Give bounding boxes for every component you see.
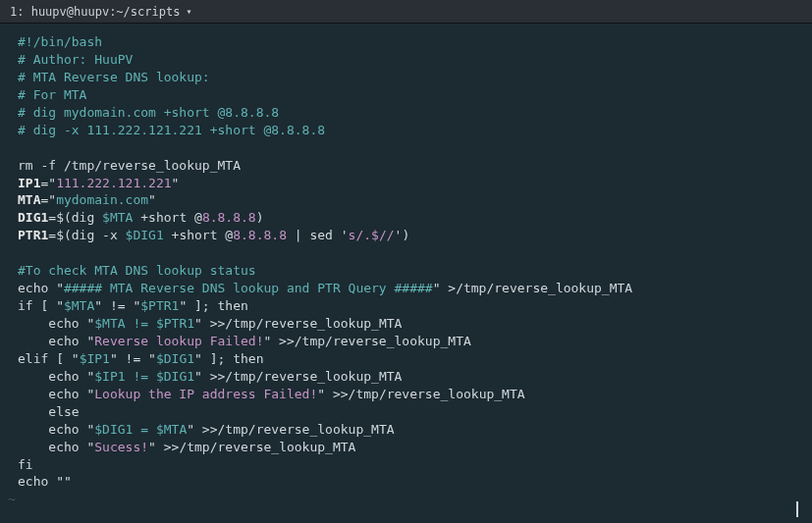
code-line: IP1="111.222.121.221" xyxy=(18,175,794,192)
code-line: echo "$IP1 != $DIG1" >>/tmp/reverse_look… xyxy=(18,368,794,386)
code-line: echo "Sucess!" >>/tmp/reverse_lookup_MTA xyxy=(18,439,794,456)
code-line: DIG1=$(dig $MTA +short @8.8.8.8) xyxy=(18,209,794,227)
terminal-body[interactable]: #!/bin/bash # Author: HuuPV # MTA Revers… xyxy=(0,24,812,523)
tab-label: 1: huupv@huupv:~/scripts xyxy=(10,5,180,19)
code-line: rm -f /tmp/reverse_lookup_MTA xyxy=(18,157,794,175)
code-line: fi xyxy=(18,456,794,474)
code-line: PTR1=$(dig -x $DIG1 +short @8.8.8.8 | se… xyxy=(18,227,794,244)
code-line: else xyxy=(18,403,794,421)
text-cursor xyxy=(796,501,798,517)
code-line: # dig mydomain.com +short @8.8.8.8 xyxy=(18,104,794,122)
code-line: echo "" xyxy=(18,473,794,491)
code-line: #To check MTA DNS lookup status xyxy=(18,262,794,280)
code-line: echo "Lookup the IP address Failed!" >>/… xyxy=(18,386,794,403)
chevron-down-icon[interactable]: ▾ xyxy=(186,6,191,17)
code-line: echo "$DIG1 = $MTA" >>/tmp/reverse_looku… xyxy=(18,421,794,439)
code-line: echo "$MTA != $PTR1" >>/tmp/reverse_look… xyxy=(18,315,794,333)
code-line: # Author: HuuPV xyxy=(18,51,794,69)
code-line xyxy=(18,244,794,262)
vim-tilde: ~ xyxy=(8,491,794,508)
code-line: if [ "$MTA" != "$PTR1" ]; then xyxy=(18,297,794,315)
code-line: #!/bin/bash xyxy=(18,33,794,51)
code-line: echo "Reverse lookup Failed!" >>/tmp/rev… xyxy=(18,333,794,350)
terminal-titlebar[interactable]: 1: huupv@huupv:~/scripts ▾ xyxy=(0,0,812,24)
code-line: # dig -x 111.222.121.221 +short @8.8.8.8 xyxy=(18,122,794,139)
code-line: # For MTA xyxy=(18,86,794,104)
code-line: MTA="mydomain.com" xyxy=(18,191,794,209)
code-line: elif [ "$IP1" != "$DIG1" ]; then xyxy=(18,350,794,368)
code-line: # MTA Reverse DNS lookup: xyxy=(18,69,794,86)
code-line: echo "##### MTA Reverse DNS lookup and P… xyxy=(18,280,794,297)
code-line xyxy=(18,139,794,157)
